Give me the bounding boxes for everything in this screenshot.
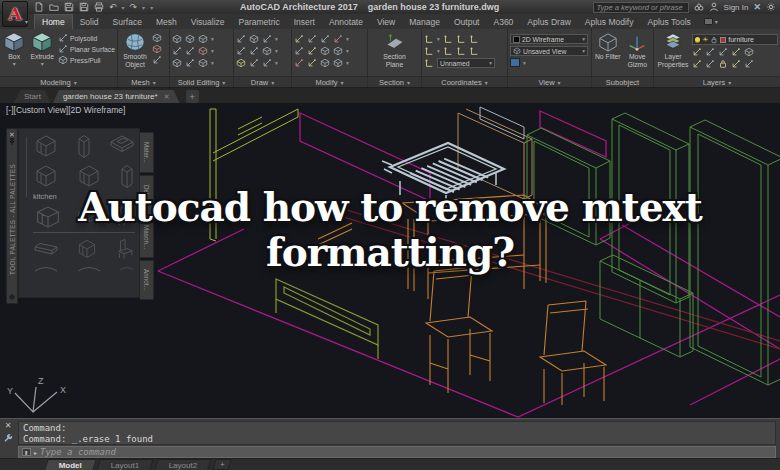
polyline-icon[interactable] <box>236 34 246 44</box>
close-icon[interactable]: ✕ <box>5 422 12 430</box>
no-filter-button[interactable]: No Filter <box>594 31 622 61</box>
drawing-canvas[interactable]: [-][Custom View][2D Wireframe] <box>0 103 780 418</box>
close-icon[interactable]: ✕ <box>9 131 15 138</box>
save-icon[interactable] <box>64 2 74 12</box>
ucs-world-icon[interactable] <box>424 34 434 44</box>
polysolid-button[interactable]: Polysolid <box>58 33 115 43</box>
palette-tab-materials[interactable]: Mater... <box>140 132 154 173</box>
panel-label-view[interactable]: View ▾ <box>508 76 591 87</box>
rotate-icon[interactable] <box>307 34 317 44</box>
ribbon-tab-home[interactable]: Home <box>34 14 73 29</box>
ribbon-tab-a360[interactable]: A360 <box>486 14 520 29</box>
offset-icon[interactable] <box>320 58 330 68</box>
help-icon[interactable] <box>766 2 776 12</box>
move-icon[interactable] <box>294 34 304 44</box>
sign-in-link[interactable]: Sign In <box>724 3 749 12</box>
layer-dropdown[interactable]: ☀ furniture <box>692 34 778 45</box>
ucs-z-axis-icon[interactable] <box>456 46 466 56</box>
ribbon-tab-visualize[interactable]: Visualize <box>184 14 232 29</box>
extrude-button[interactable]: Extrude ▾ <box>28 31 56 67</box>
command-customize-icon[interactable]: ▮ <box>22 448 31 456</box>
redo-dropdown-icon[interactable]: ▾ <box>142 4 145 11</box>
new-drawing-tab-button[interactable]: + <box>186 90 199 103</box>
cabinet-tool-icon[interactable] <box>33 133 59 157</box>
new-file-icon[interactable] <box>34 2 44 12</box>
search-input[interactable] <box>593 2 689 13</box>
taper-faces-icon[interactable] <box>185 58 195 68</box>
union-icon[interactable] <box>172 34 182 44</box>
layer-properties-button[interactable]: Layer Properties <box>656 31 690 68</box>
shell-icon[interactable] <box>198 58 208 68</box>
tab-layout1[interactable]: Layout1 <box>96 459 154 470</box>
layer-lock-tool-icon[interactable] <box>718 59 728 69</box>
autodesk-exchange-icon[interactable]: ✕ <box>753 2 761 12</box>
line-icon[interactable] <box>249 46 259 56</box>
file-tab-drawing[interactable]: garden house 23 furniture* ✕ <box>53 90 180 103</box>
viewport-controls[interactable]: [-][Custom View][2D Wireframe] <box>6 105 125 115</box>
ribbon-tab-surface[interactable]: Surface <box>106 14 149 29</box>
undo-icon[interactable]: ↶ <box>109 3 117 12</box>
viewport-config-icon[interactable] <box>510 58 520 67</box>
ribbon-tab-aplus-tools[interactable]: Aplus Tools <box>640 14 697 29</box>
search-icon[interactable] <box>694 2 704 12</box>
ribbon-tab-annotate[interactable]: Annotate <box>322 14 370 29</box>
move-gizmo-button[interactable]: Move Gizmo <box>624 31 652 68</box>
layer-current-icon[interactable] <box>744 47 754 57</box>
panel-label-subobject[interactable]: Subobject <box>592 76 653 87</box>
ucs-named-icon[interactable] <box>424 58 434 68</box>
layer-walk-icon[interactable] <box>731 59 741 69</box>
base-cabinet-tool-icon[interactable] <box>33 163 59 187</box>
layer-match-icon[interactable] <box>731 47 741 57</box>
panel-label-modify[interactable]: Modify ▾ <box>292 76 367 87</box>
fillet-icon[interactable] <box>320 46 330 56</box>
panel-label-modeling[interactable]: Modeling ▾ <box>0 76 117 87</box>
visual-style-dropdown[interactable]: 2D Wireframe ▾ <box>510 34 588 44</box>
imprint-icon[interactable] <box>198 46 208 56</box>
panel-label-section[interactable]: Section ▾ <box>368 76 421 87</box>
close-icon[interactable]: ✕ <box>164 93 170 101</box>
file-tab-start[interactable]: Start <box>14 90 51 103</box>
mirror-icon[interactable] <box>307 46 317 56</box>
view-name-dropdown[interactable]: Unsaved View ▾ <box>510 46 588 56</box>
application-menu-button[interactable]: A ▾ <box>2 1 28 27</box>
smooth-object-button[interactable]: Smooth Object <box>120 31 150 68</box>
command-input[interactable]: ▮ ▸ Type a command <box>18 446 776 458</box>
ribbon-tab-mesh[interactable]: Mesh <box>149 14 184 29</box>
erase-icon[interactable] <box>333 34 343 44</box>
mesh-refine-icon[interactable] <box>152 33 162 43</box>
ribbon-tab-manage[interactable]: Manage <box>402 14 447 29</box>
layer-unisolate-icon[interactable] <box>692 59 702 69</box>
layer-off-icon[interactable] <box>692 47 702 57</box>
tab-layout2[interactable]: Layout2 <box>154 459 212 470</box>
save-as-icon[interactable] <box>79 2 89 12</box>
ribbon-tab-aplus-draw[interactable]: Aplus Draw <box>520 14 577 29</box>
layer-isolate-icon[interactable] <box>705 47 715 57</box>
planar-surface-button[interactable]: Planar Surface <box>58 44 115 54</box>
ucs-previous-icon[interactable] <box>456 34 466 44</box>
scale-icon[interactable] <box>307 58 317 68</box>
layer-thaw-all-icon[interactable] <box>705 59 715 69</box>
ucs-face-icon[interactable] <box>469 34 479 44</box>
tall-cabinet-tool-icon[interactable] <box>76 133 92 159</box>
ucs-name-dropdown[interactable]: Unnamed ▾ <box>437 58 495 68</box>
circle-icon[interactable] <box>262 46 272 56</box>
ucs-3point-icon[interactable] <box>469 46 479 56</box>
stretch-icon[interactable] <box>294 58 304 68</box>
panel-label-mesh[interactable]: Mesh ▾ <box>118 76 169 87</box>
panel-label-coordinates[interactable]: Coordinates ▾ <box>422 76 507 87</box>
interfere-icon[interactable] <box>185 46 195 56</box>
ucs-object-icon[interactable] <box>424 46 434 56</box>
rectangle-icon[interactable] <box>249 34 259 44</box>
qat-customize-icon[interactable]: ▾ <box>150 4 153 11</box>
properties-gear-icon[interactable] <box>8 293 16 301</box>
mesh-smooth-more-icon[interactable] <box>152 55 162 65</box>
ribbon-tab-aplus-modify[interactable]: Aplus Modify <box>578 14 641 29</box>
undo-dropdown-icon[interactable]: ▾ <box>122 4 125 11</box>
press-pull-button[interactable]: Press/Pull <box>58 55 115 65</box>
ribbon-tab-parametric[interactable]: Parametric <box>232 14 287 29</box>
tab-model[interactable]: Model <box>44 459 97 470</box>
box-button[interactable]: Box ▾ <box>2 31 26 67</box>
ucs-icon[interactable] <box>443 34 453 44</box>
ucs-origin-icon[interactable] <box>443 46 453 56</box>
open-file-icon[interactable] <box>49 2 59 12</box>
